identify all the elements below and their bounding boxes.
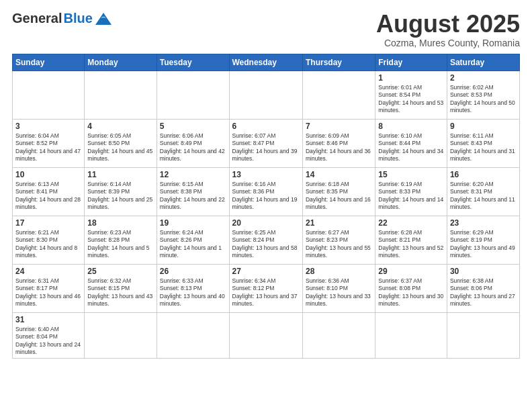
calendar-week-row: 1Sunrise: 6:01 AM Sunset: 8:54 PM Daylig… (13, 71, 520, 119)
day-number: 9 (450, 122, 517, 131)
day-number: 4 (87, 122, 153, 131)
table-row: 20Sunrise: 6:25 AM Sunset: 8:24 PM Dayli… (229, 216, 302, 264)
day-number: 27 (232, 267, 300, 276)
day-number: 28 (306, 267, 372, 276)
table-row (157, 312, 229, 359)
col-sunday: Sunday (13, 54, 85, 71)
table-row: 18Sunrise: 6:23 AM Sunset: 8:28 PM Dayli… (85, 216, 157, 264)
table-row: 13Sunrise: 6:16 AM Sunset: 8:36 PM Dayli… (229, 167, 302, 216)
day-number: 31 (15, 315, 81, 324)
day-info: Sunrise: 6:10 AM Sunset: 8:44 PM Dayligh… (378, 132, 444, 163)
day-info: Sunrise: 6:23 AM Sunset: 8:28 PM Dayligh… (87, 229, 153, 260)
day-number: 29 (378, 267, 444, 276)
calendar-week-row: 31Sunrise: 6:40 AM Sunset: 8:04 PM Dayli… (13, 312, 520, 359)
table-row: 11Sunrise: 6:14 AM Sunset: 8:39 PM Dayli… (85, 167, 157, 216)
day-number: 3 (15, 122, 81, 131)
day-info: Sunrise: 6:29 AM Sunset: 8:19 PM Dayligh… (450, 229, 517, 260)
table-row: 23Sunrise: 6:29 AM Sunset: 8:19 PM Dayli… (447, 216, 519, 264)
day-info: Sunrise: 6:05 AM Sunset: 8:50 PM Dayligh… (87, 132, 153, 163)
day-number: 17 (15, 218, 81, 228)
day-info: Sunrise: 6:27 AM Sunset: 8:23 PM Dayligh… (306, 229, 372, 260)
table-row: 19Sunrise: 6:24 AM Sunset: 8:26 PM Dayli… (157, 216, 229, 264)
day-info: Sunrise: 6:11 AM Sunset: 8:43 PM Dayligh… (450, 132, 517, 163)
day-number: 11 (87, 170, 153, 179)
day-number: 21 (306, 218, 372, 228)
table-row: 25Sunrise: 6:32 AM Sunset: 8:15 PM Dayli… (85, 264, 157, 312)
logo-general-text: General (12, 11, 62, 26)
day-number: 13 (232, 170, 300, 179)
day-number: 2 (450, 73, 517, 83)
day-info: Sunrise: 6:06 AM Sunset: 8:49 PM Dayligh… (160, 132, 226, 163)
logo-image: General Blue (12, 11, 113, 26)
day-info: Sunrise: 6:20 AM Sunset: 8:31 PM Dayligh… (450, 181, 517, 212)
day-number: 30 (450, 267, 517, 276)
day-info: Sunrise: 6:04 AM Sunset: 8:52 PM Dayligh… (15, 132, 81, 163)
col-friday: Friday (375, 54, 447, 71)
table-row: 26Sunrise: 6:33 AM Sunset: 8:13 PM Dayli… (157, 264, 229, 312)
day-info: Sunrise: 6:19 AM Sunset: 8:33 PM Dayligh… (378, 181, 444, 212)
day-number: 23 (450, 218, 517, 228)
table-row: 6Sunrise: 6:07 AM Sunset: 8:47 PM Daylig… (229, 119, 302, 167)
header: General Blue August 2025 Cozma, Mures Co… (12, 11, 520, 48)
table-row: 4Sunrise: 6:05 AM Sunset: 8:50 PM Daylig… (85, 119, 157, 167)
day-info: Sunrise: 6:13 AM Sunset: 8:41 PM Dayligh… (15, 181, 81, 212)
table-row (85, 312, 157, 359)
day-number: 22 (378, 218, 444, 228)
table-row: 30Sunrise: 6:38 AM Sunset: 8:06 PM Dayli… (447, 264, 519, 312)
table-row: 24Sunrise: 6:31 AM Sunset: 8:17 PM Dayli… (13, 264, 85, 312)
table-row: 16Sunrise: 6:20 AM Sunset: 8:31 PM Dayli… (447, 167, 519, 216)
day-number: 10 (15, 170, 81, 179)
table-row: 8Sunrise: 6:10 AM Sunset: 8:44 PM Daylig… (375, 119, 447, 167)
day-number: 18 (87, 218, 153, 228)
day-info: Sunrise: 6:09 AM Sunset: 8:46 PM Dayligh… (306, 132, 372, 163)
day-number: 7 (306, 122, 372, 131)
day-number: 1 (378, 73, 444, 83)
col-thursday: Thursday (302, 54, 375, 71)
day-number: 24 (15, 267, 81, 276)
day-info: Sunrise: 6:40 AM Sunset: 8:04 PM Dayligh… (15, 326, 81, 357)
col-tuesday: Tuesday (157, 54, 229, 71)
logo-icon (94, 11, 113, 26)
table-row (157, 71, 229, 119)
table-row: 12Sunrise: 6:15 AM Sunset: 8:38 PM Dayli… (157, 167, 229, 216)
day-info: Sunrise: 6:18 AM Sunset: 8:35 PM Dayligh… (306, 181, 372, 212)
table-row (229, 312, 302, 359)
calendar-body: 1Sunrise: 6:01 AM Sunset: 8:54 PM Daylig… (13, 71, 520, 359)
day-info: Sunrise: 6:01 AM Sunset: 8:54 PM Dayligh… (378, 84, 444, 115)
day-number: 12 (160, 170, 226, 179)
day-info: Sunrise: 6:38 AM Sunset: 8:06 PM Dayligh… (450, 277, 517, 308)
day-number: 14 (306, 170, 372, 179)
table-row: 22Sunrise: 6:28 AM Sunset: 8:21 PM Dayli… (375, 216, 447, 264)
col-monday: Monday (85, 54, 157, 71)
day-number: 20 (232, 218, 300, 228)
table-row (447, 312, 519, 359)
col-saturday: Saturday (447, 54, 519, 71)
table-row (229, 71, 302, 119)
day-number: 25 (87, 267, 153, 276)
calendar-week-row: 24Sunrise: 6:31 AM Sunset: 8:17 PM Dayli… (13, 264, 520, 312)
day-info: Sunrise: 6:07 AM Sunset: 8:47 PM Dayligh… (232, 132, 300, 163)
day-number: 6 (232, 122, 300, 131)
day-info: Sunrise: 6:34 AM Sunset: 8:12 PM Dayligh… (232, 277, 300, 308)
calendar-week-row: 10Sunrise: 6:13 AM Sunset: 8:41 PM Dayli… (13, 167, 520, 216)
day-info: Sunrise: 6:14 AM Sunset: 8:39 PM Dayligh… (87, 181, 153, 212)
page: General Blue August 2025 Cozma, Mures Co… (0, 0, 532, 411)
day-info: Sunrise: 6:24 AM Sunset: 8:26 PM Dayligh… (160, 229, 226, 260)
day-info: Sunrise: 6:25 AM Sunset: 8:24 PM Dayligh… (232, 229, 300, 260)
day-number: 19 (160, 218, 226, 228)
calendar-table: Sunday Monday Tuesday Wednesday Thursday… (12, 54, 520, 359)
logo-blue-text: Blue (63, 11, 92, 26)
table-row: 31Sunrise: 6:40 AM Sunset: 8:04 PM Dayli… (13, 312, 85, 359)
table-row: 1Sunrise: 6:01 AM Sunset: 8:54 PM Daylig… (375, 71, 447, 119)
day-info: Sunrise: 6:16 AM Sunset: 8:36 PM Dayligh… (232, 181, 300, 212)
subtitle: Cozma, Mures County, Romania (376, 38, 520, 48)
table-row: 10Sunrise: 6:13 AM Sunset: 8:41 PM Dayli… (13, 167, 85, 216)
day-info: Sunrise: 6:32 AM Sunset: 8:15 PM Dayligh… (87, 277, 153, 308)
day-info: Sunrise: 6:36 AM Sunset: 8:10 PM Dayligh… (306, 277, 372, 308)
table-row: 15Sunrise: 6:19 AM Sunset: 8:33 PM Dayli… (375, 167, 447, 216)
day-number: 26 (160, 267, 226, 276)
day-info: Sunrise: 6:37 AM Sunset: 8:08 PM Dayligh… (378, 277, 444, 308)
table-row: 14Sunrise: 6:18 AM Sunset: 8:35 PM Dayli… (302, 167, 375, 216)
table-row (375, 312, 447, 359)
table-row: 21Sunrise: 6:27 AM Sunset: 8:23 PM Dayli… (302, 216, 375, 264)
